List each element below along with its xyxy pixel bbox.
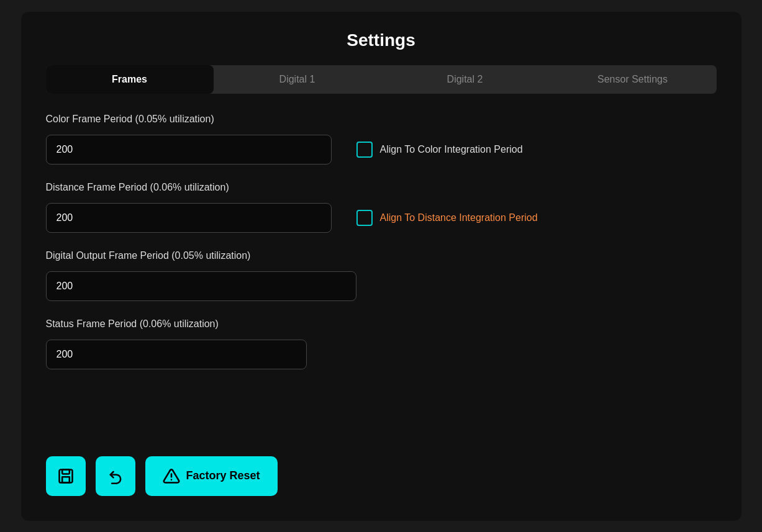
distance-frame-period-input[interactable] — [46, 203, 332, 233]
page-title: Settings — [46, 30, 717, 50]
digital-output-frame-period-input[interactable] — [46, 271, 356, 301]
color-frame-period-label: Color Frame Period (0.05% utilization) — [46, 114, 717, 125]
actions-row: Factory Reset — [46, 456, 717, 496]
align-color-checkbox-group: Align To Color Integration Period — [356, 142, 523, 158]
distance-frame-period-row: Align To Distance Integration Period — [46, 203, 717, 233]
digital-output-frame-period-group: Digital Output Frame Period (0.05% utili… — [46, 250, 717, 301]
distance-frame-period-group: Distance Frame Period (0.06% utilization… — [46, 182, 717, 233]
undo-icon — [107, 467, 124, 485]
status-frame-period-group: Status Frame Period (0.06% utilization) — [46, 318, 717, 369]
factory-reset-label: Factory Reset — [186, 469, 260, 482]
align-color-checkbox[interactable] — [356, 142, 373, 158]
tab-sensor-settings[interactable]: Sensor Settings — [549, 65, 717, 94]
tab-digital1[interactable]: Digital 1 — [214, 65, 381, 94]
status-frame-period-label: Status Frame Period (0.06% utilization) — [46, 318, 717, 330]
align-color-label: Align To Color Integration Period — [380, 144, 523, 155]
digital-output-frame-period-label: Digital Output Frame Period (0.05% utili… — [46, 250, 717, 261]
color-frame-period-group: Color Frame Period (0.05% utilization) A… — [46, 114, 717, 165]
tab-frames[interactable]: Frames — [46, 65, 214, 94]
align-distance-checkbox[interactable] — [356, 210, 373, 226]
tabs-bar: Frames Digital 1 Digital 2 Sensor Settin… — [46, 65, 717, 94]
warning-icon — [163, 467, 180, 485]
svg-rect-1 — [62, 469, 70, 474]
settings-panel: Settings Frames Digital 1 Digital 2 Sens… — [21, 12, 742, 521]
save-button[interactable] — [46, 456, 86, 496]
factory-reset-button[interactable]: Factory Reset — [145, 456, 278, 496]
color-frame-period-row: Align To Color Integration Period — [46, 135, 717, 165]
save-icon — [57, 467, 75, 485]
align-distance-label: Align To Distance Integration Period — [380, 212, 538, 223]
status-frame-period-input[interactable] — [46, 340, 307, 369]
tab-digital2[interactable]: Digital 2 — [381, 65, 549, 94]
undo-button[interactable] — [96, 456, 135, 496]
color-frame-period-input[interactable] — [46, 135, 332, 165]
align-distance-checkbox-group: Align To Distance Integration Period — [356, 210, 538, 226]
form-section: Color Frame Period (0.05% utilization) A… — [46, 114, 717, 436]
distance-frame-period-label: Distance Frame Period (0.06% utilization… — [46, 182, 717, 193]
